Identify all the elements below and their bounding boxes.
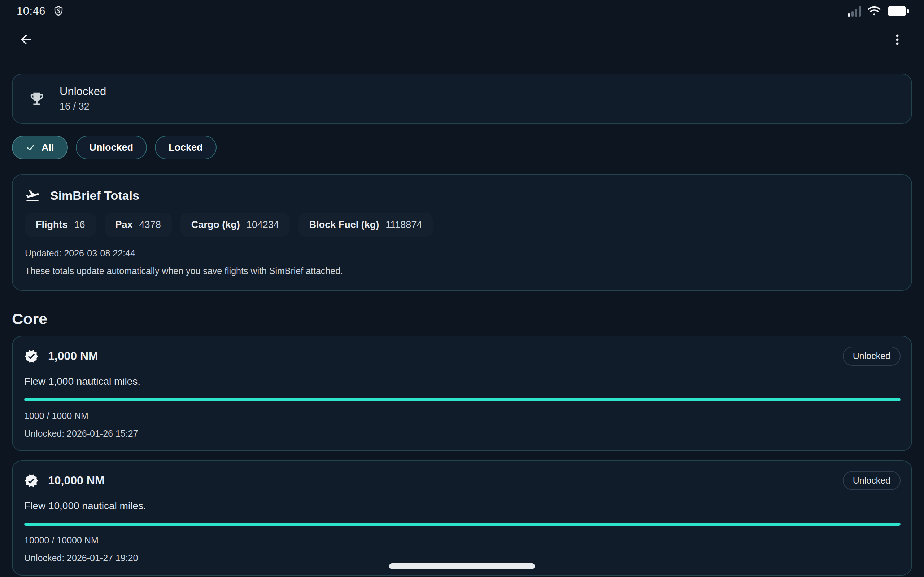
stat-value: 16: [74, 219, 85, 230]
stat-label: Cargo (kg): [191, 219, 240, 230]
summary-count: 16 / 32: [60, 101, 106, 112]
verified-badge-icon: [24, 349, 39, 364]
achievement-title: 1,000 NM: [48, 350, 98, 363]
status-bar-left: 10:46: [16, 5, 64, 18]
filter-chip-label: Locked: [168, 142, 203, 153]
achievement-title-wrap: 10,000 NM: [24, 474, 105, 488]
achievement-title-wrap: 1,000 NM: [24, 349, 98, 364]
achievement-progress-text: 1000 / 1000 NM: [24, 411, 901, 421]
achievement-card[interactable]: 10,000 NM Unlocked Flew 10,000 nautical …: [12, 460, 912, 575]
filter-chip-label: All: [42, 142, 54, 153]
stat-label: Block Fuel (kg): [309, 219, 380, 230]
app-bar: [0, 23, 924, 57]
achievement-unlocked-date: Unlocked: 2026-01-26 15:27: [24, 429, 901, 439]
cellular-signal-icon: [848, 6, 861, 16]
simbrief-header: SimBrief Totals: [25, 188, 898, 203]
status-bar: 10:46: [0, 0, 924, 19]
achievement-header: 10,000 NM Unlocked: [24, 471, 901, 490]
filter-chip-all[interactable]: All: [12, 135, 68, 160]
back-button[interactable]: [16, 29, 36, 50]
filter-chips: All Unlocked Locked: [12, 135, 912, 160]
achievement-description: Flew 10,000 nautical miles.: [24, 500, 901, 512]
achievement-title: 10,000 NM: [48, 474, 105, 487]
simbrief-updated: Updated: 2026-03-08 22:44: [25, 248, 898, 259]
check-icon: [26, 142, 36, 153]
progress-bar-fill: [24, 522, 901, 526]
simbrief-stats: Flights 16 Pax 4378 Cargo (kg) 104234 Bl…: [25, 213, 898, 237]
status-badge: Unlocked: [843, 347, 901, 366]
unlocked-summary-card: Unlocked 16 / 32: [12, 74, 912, 124]
stat-label: Flights: [36, 219, 68, 230]
stat-label: Pax: [115, 219, 133, 230]
summary-text: Unlocked 16 / 32: [60, 85, 106, 112]
filter-chip-unlocked[interactable]: Unlocked: [76, 135, 147, 160]
simbrief-title: SimBrief Totals: [50, 189, 139, 203]
progress-bar: [24, 522, 901, 526]
progress-bar: [24, 398, 901, 401]
overflow-menu-button[interactable]: [887, 29, 908, 50]
trophy-icon: [29, 90, 45, 107]
achievement-description: Flew 1,000 nautical miles.: [24, 376, 901, 387]
wifi-icon: [867, 5, 881, 17]
home-indicator[interactable]: [389, 563, 535, 569]
filter-chip-label: Unlocked: [89, 142, 134, 153]
kebab-menu-icon: [890, 33, 904, 47]
simbrief-totals-card: SimBrief Totals Flights 16 Pax 4378 Carg…: [12, 174, 912, 291]
stat-value: 4378: [139, 219, 161, 230]
stat-block-fuel: Block Fuel (kg) 1118874: [299, 213, 433, 237]
battery-icon: [888, 6, 909, 16]
summary-title: Unlocked: [60, 85, 106, 98]
achievement-progress-text: 10000 / 10000 NM: [24, 535, 901, 546]
stat-flights: Flights 16: [25, 213, 96, 237]
knox-shield-icon: [53, 5, 64, 17]
progress-bar-fill: [24, 398, 901, 401]
achievement-header: 1,000 NM Unlocked: [24, 347, 901, 366]
flight-takeoff-icon: [25, 188, 40, 203]
verified-badge-icon: [24, 474, 39, 488]
stat-value: 104234: [247, 219, 279, 230]
section-title-core: Core: [12, 310, 912, 328]
status-bar-right: [848, 5, 909, 17]
stat-value: 1118874: [386, 219, 422, 230]
stat-cargo: Cargo (kg) 104234: [181, 213, 290, 237]
filter-chip-locked[interactable]: Locked: [155, 135, 216, 160]
clock: 10:46: [16, 5, 45, 18]
simbrief-note: These totals update automatically when y…: [25, 266, 898, 276]
status-badge: Unlocked: [843, 471, 901, 490]
stat-pax: Pax 4378: [105, 213, 172, 237]
achievement-card[interactable]: 1,000 NM Unlocked Flew 1,000 nautical mi…: [12, 336, 912, 451]
arrow-back-icon: [18, 32, 34, 47]
achievement-unlocked-date: Unlocked: 2026-01-27 19:20: [24, 553, 901, 563]
